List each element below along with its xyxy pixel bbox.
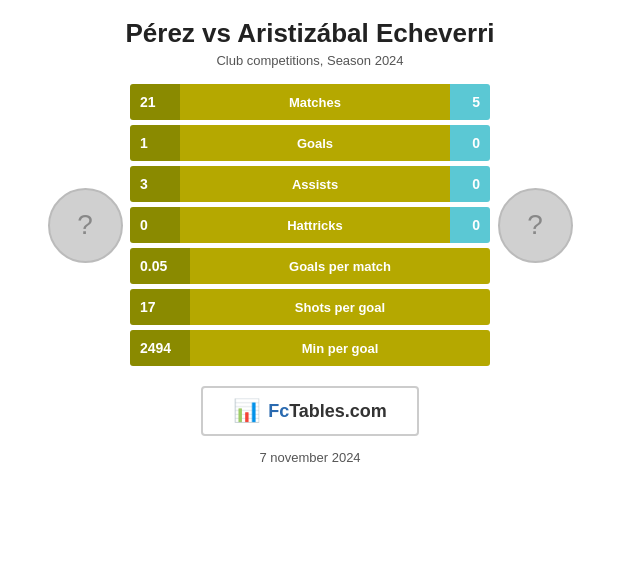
stat-left-value: 2494 xyxy=(130,330,190,366)
stat-left-value: 1 xyxy=(130,125,180,161)
right-avatar-circle: ? xyxy=(498,188,573,263)
stat-row: 1Goals0 xyxy=(130,125,490,161)
stat-left-value: 17 xyxy=(130,289,190,325)
branding-section: 📊 FcTables.com 7 november 2024 xyxy=(201,386,419,465)
stat-row: 0Hattricks0 xyxy=(130,207,490,243)
stat-row: 2494Min per goal xyxy=(130,330,490,366)
stat-row: 17Shots per goal xyxy=(130,289,490,325)
stat-label: Matches xyxy=(180,84,450,120)
stat-label: Goals xyxy=(180,125,450,161)
brand-icon: 📊 xyxy=(233,398,260,424)
stat-label: Shots per goal xyxy=(190,289,490,325)
left-player-avatar: ? xyxy=(40,188,130,263)
stats-container: 21Matches51Goals03Assists00Hattricks00.0… xyxy=(130,84,490,366)
stat-label: Min per goal xyxy=(190,330,490,366)
brand-box: 📊 FcTables.com xyxy=(201,386,419,436)
stat-label: Assists xyxy=(180,166,450,202)
brand-name: FcTables.com xyxy=(268,401,387,422)
page-title: Pérez vs Aristizábal Echeverri xyxy=(20,18,600,49)
main-content: ? 21Matches51Goals03Assists00Hattricks00… xyxy=(0,74,620,366)
subtitle: Club competitions, Season 2024 xyxy=(20,53,600,68)
header: Pérez vs Aristizábal Echeverri Club comp… xyxy=(0,0,620,74)
stat-label: Hattricks xyxy=(180,207,450,243)
stat-right-value: 0 xyxy=(450,125,490,161)
stat-right-value: 0 xyxy=(450,207,490,243)
left-avatar-circle: ? xyxy=(48,188,123,263)
stat-row: 21Matches5 xyxy=(130,84,490,120)
stat-right-value: 5 xyxy=(450,84,490,120)
stat-left-value: 3 xyxy=(130,166,180,202)
stat-left-value: 0 xyxy=(130,207,180,243)
stat-left-value: 0.05 xyxy=(130,248,190,284)
stat-left-value: 21 xyxy=(130,84,180,120)
footer-date: 7 november 2024 xyxy=(259,450,360,465)
stat-label: Goals per match xyxy=(190,248,490,284)
stat-row: 3Assists0 xyxy=(130,166,490,202)
right-player-avatar: ? xyxy=(490,188,580,263)
stat-row: 0.05Goals per match xyxy=(130,248,490,284)
left-avatar-icon: ? xyxy=(77,209,93,241)
right-avatar-icon: ? xyxy=(527,209,543,241)
stat-right-value: 0 xyxy=(450,166,490,202)
